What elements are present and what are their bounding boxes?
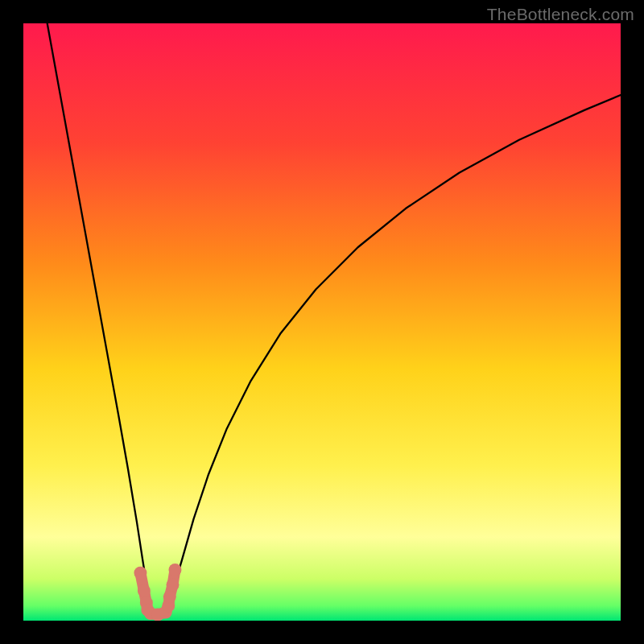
- chart-curves: [23, 23, 621, 621]
- valley-marker-dot: [167, 578, 180, 591]
- valley-marker-dot: [138, 584, 151, 597]
- watermark-text: TheBottleneck.com: [487, 5, 634, 24]
- valley-marker-dot: [134, 567, 147, 580]
- valley-marker-dot: [163, 590, 176, 603]
- series-left-branch: [47, 23, 151, 609]
- plot-area: [23, 23, 621, 621]
- valley-marker-dot: [168, 564, 181, 576]
- series-right-branch: [167, 95, 621, 609]
- chart-frame: TheBottleneck.com: [0, 0, 644, 644]
